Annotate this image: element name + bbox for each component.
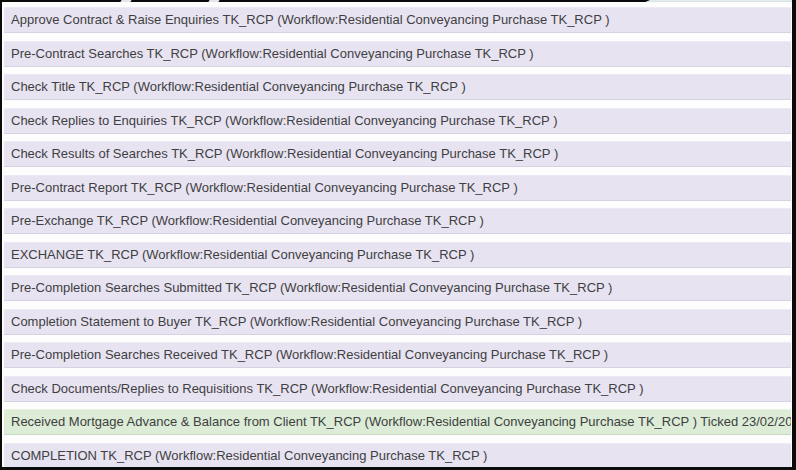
task-label: Check Documents/Replies to Requisitions … — [11, 381, 643, 396]
task-label: Pre-Exchange TK_RCP (Workflow:Residentia… — [11, 213, 484, 228]
task-row[interactable]: Pre-Contract Report TK_RCP (Workflow:Res… — [4, 175, 791, 201]
task-label: Check Title TK_RCP (Workflow:Residential… — [11, 79, 466, 94]
task-row[interactable]: Pre-Completion Searches Received TK_RCP … — [4, 342, 791, 368]
task-list: Approve Contract & Raise Enquiries TK_RC… — [4, 7, 791, 467]
task-row[interactable]: Completion Statement to Buyer TK_RCP (Wo… — [4, 309, 791, 335]
task-label: Check Results of Searches TK_RCP (Workfl… — [11, 146, 558, 161]
task-label: EXCHANGE TK_RCP (Workflow:Residential Co… — [11, 247, 474, 262]
task-row[interactable]: EXCHANGE TK_RCP (Workflow:Residential Co… — [4, 242, 791, 268]
task-row[interactable]: Check Title TK_RCP (Workflow:Residential… — [4, 74, 791, 100]
task-label: Received Mortgage Advance & Balance from… — [11, 414, 791, 429]
task-row[interactable]: Check Results of Searches TK_RCP (Workfl… — [4, 141, 791, 167]
task-row[interactable]: COMPLETION TK_RCP (Workflow:Residential … — [4, 443, 791, 468]
task-row[interactable]: Approve Contract & Raise Enquiries TK_RC… — [4, 7, 791, 33]
task-label: Completion Statement to Buyer TK_RCP (Wo… — [11, 314, 582, 329]
task-row[interactable]: Check Replies to Enquiries TK_RCP (Workf… — [4, 108, 791, 134]
task-row[interactable]: Check Documents/Replies to Requisitions … — [4, 376, 791, 402]
task-row[interactable]: Received Mortgage Advance & Balance from… — [4, 409, 791, 435]
task-label: Pre-Completion Searches Submitted TK_RCP… — [11, 280, 612, 295]
task-list-canvas: Approve Contract & Raise Enquiries TK_RC… — [2, 2, 792, 467]
workflow-task-panel: Approve Contract & Raise Enquiries TK_RC… — [0, 0, 796, 470]
task-label: COMPLETION TK_RCP (Workflow:Residential … — [11, 448, 487, 463]
task-label: Pre-Completion Searches Received TK_RCP … — [11, 347, 608, 362]
task-label: Approve Contract & Raise Enquiries TK_RC… — [11, 12, 610, 27]
task-label: Pre-Contract Report TK_RCP (Workflow:Res… — [11, 180, 518, 195]
task-label: Check Replies to Enquiries TK_RCP (Workf… — [11, 113, 558, 128]
task-row[interactable]: Pre-Exchange TK_RCP (Workflow:Residentia… — [4, 208, 791, 234]
task-row[interactable]: Pre-Contract Searches TK_RCP (Workflow:R… — [4, 41, 791, 67]
task-label: Pre-Contract Searches TK_RCP (Workflow:R… — [11, 46, 534, 61]
task-row[interactable]: Pre-Completion Searches Submitted TK_RCP… — [4, 275, 791, 301]
